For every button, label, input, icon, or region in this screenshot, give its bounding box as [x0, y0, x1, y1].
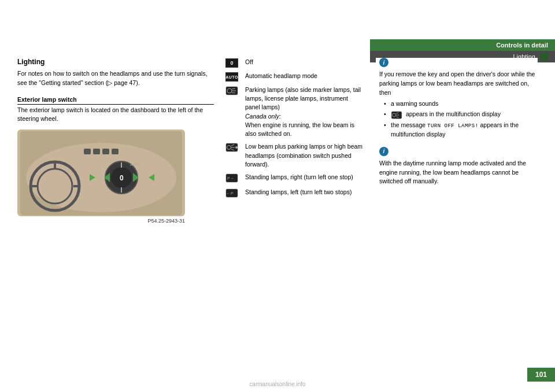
- info-list-item-message: the message TURN OFF LAMPS! appears in t…: [384, 121, 538, 139]
- switch-row-parking: Parking lamps (also side marker lamps, t…: [225, 86, 364, 138]
- svg-text:AUTO: AUTO: [130, 162, 142, 167]
- switch-text-off: Off: [245, 58, 253, 66]
- image-caption: P54.25-2943-31: [17, 218, 185, 224]
- watermark: carmanualsonline.info: [249, 381, 305, 387]
- svg-rect-16: [93, 149, 100, 154]
- svg-rect-18: [112, 149, 119, 154]
- section-header: Controls in detail: [370, 39, 555, 51]
- multifunction-icon: [391, 111, 402, 119]
- switch-row-off: 0 Off: [225, 58, 364, 68]
- lighting-title: Lighting: [17, 58, 214, 66]
- info-list-item-warning: a warning sounds: [384, 99, 538, 108]
- main-content: Lighting For notes on how to switch on t…: [17, 58, 538, 357]
- info-box-1: i If you remove the key and open the dri…: [376, 58, 538, 139]
- exterior-switch-body: The exterior lamp switch is located on t…: [17, 106, 214, 124]
- svg-text:P→: P→: [227, 176, 234, 180]
- lamp-switch-image: 0 AUTO P54.25-2943-31: [17, 130, 191, 222]
- svg-rect-15: [84, 149, 91, 154]
- switch-text-parking: Parking lamps (also side marker lamps, t…: [245, 86, 364, 138]
- switch-icon-off: 0: [225, 58, 242, 68]
- switch-text-standing-right: Standing lamps, right (turn left one sto…: [245, 173, 353, 182]
- svg-rect-17: [102, 149, 109, 154]
- switch-icon-parking: [225, 86, 242, 97]
- info-box-2: i With the daytime running lamp mode act…: [376, 147, 538, 186]
- right-column: i If you remove the key and open the dri…: [376, 58, 538, 357]
- switch-icon-standing-right: P→: [225, 173, 242, 184]
- info-text-2: With the daytime running lamp mode activ…: [379, 159, 538, 186]
- info-list-1: a warning sounds appears in the multifun…: [384, 99, 538, 139]
- switch-icon-auto: AUTO: [225, 72, 242, 82]
- info-list-item-display-icon: appears in the multifunction display: [384, 110, 538, 119]
- middle-column: 0 Off AUTO Automatic headlamp mode: [225, 58, 364, 357]
- left-column: Lighting For notes on how to switch on t…: [17, 58, 214, 357]
- switch-row-lowbeam: Low beam plus parking lamps or high beam…: [225, 142, 364, 169]
- svg-text:←P: ←P: [227, 191, 234, 195]
- info-icon-2: i: [379, 147, 388, 156]
- switch-text-standing-left: Standing lamps, left (turn left two stop…: [245, 188, 352, 197]
- switch-text-auto: Automatic headlamp mode: [245, 72, 317, 80]
- switch-row-standing-right: P→ Standing lamps, right (turn left one …: [225, 173, 364, 184]
- svg-text:0: 0: [120, 174, 124, 182]
- lamp-switch-svg: 0 AUTO: [20, 131, 182, 215]
- switch-text-lowbeam: Low beam plus parking lamps or high beam…: [245, 142, 364, 169]
- switch-row-standing-left: ←P Standing lamps, left (turn left two s…: [225, 188, 364, 199]
- section-title-header: Controls in detail: [496, 42, 548, 49]
- info-icon-1: i: [379, 58, 388, 67]
- lighting-intro: For notes on how to switch on the headla…: [17, 69, 214, 88]
- switch-icon-lowbeam: [225, 143, 242, 153]
- switch-icon-standing-left: ←P: [225, 188, 242, 199]
- svg-point-31: [235, 146, 238, 149]
- info-text-1: If you remove the key and open the drive…: [379, 70, 538, 97]
- switch-row-auto: AUTO Automatic headlamp mode: [225, 72, 364, 82]
- page-number: 101: [527, 368, 555, 382]
- exterior-switch-title: Exterior lamp switch: [17, 96, 214, 105]
